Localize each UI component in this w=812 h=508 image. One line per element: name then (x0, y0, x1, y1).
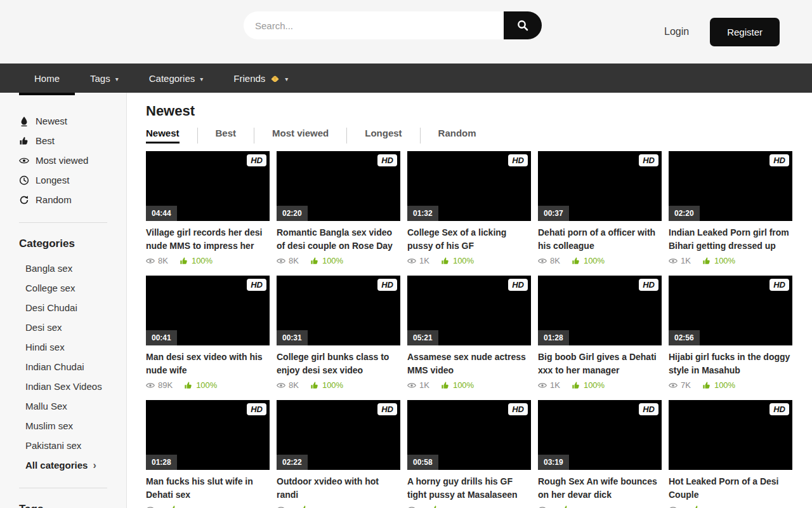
category-item[interactable]: Desi Chudai (19, 298, 126, 318)
tab-longest[interactable]: Longest (346, 128, 419, 144)
handshake-icon (270, 74, 280, 83)
category-item[interactable]: Muslim sex (19, 416, 126, 436)
search-input[interactable] (244, 11, 504, 39)
views-stat: 1K (538, 380, 560, 390)
duration-badge: 02:20 (277, 206, 308, 221)
thumbs-up-icon (169, 505, 178, 508)
sidebar-item-longest[interactable]: Longest (19, 170, 126, 190)
views-stat: 1K (669, 256, 691, 265)
video-thumbnail: HD 01:28 (538, 276, 662, 345)
video-card[interactable]: HD 00:41 Man desi sex video with his nud… (146, 276, 270, 390)
clock-icon (19, 175, 29, 185)
tab-label: Longest (365, 128, 402, 144)
duration-badge: 01:32 (407, 206, 438, 221)
video-card[interactable]: HD 00:37 Dehati porn of a officer with h… (538, 151, 662, 265)
sidebar-item-label: Random (36, 194, 72, 205)
video-card[interactable]: HD 04:44 Village girl records her desi n… (146, 151, 270, 265)
category-item[interactable]: Mallu Sex (19, 396, 126, 416)
video-card[interactable]: HD 02:22 Outdoor xvideo with hot randi (277, 400, 400, 508)
views-stat: 8K (538, 256, 560, 265)
category-item[interactable]: Hindi sex (19, 337, 126, 357)
hd-badge: HD (769, 403, 789, 415)
category-item[interactable]: Indian Chudai (19, 357, 126, 377)
category-item[interactable]: Pakistani sex (19, 436, 126, 455)
duration-badge: 02:20 (669, 206, 700, 221)
hd-badge: HD (247, 403, 266, 415)
search-form (244, 11, 542, 39)
video-thumbnail: HD 00:41 (146, 276, 270, 345)
sidebar-item-best[interactable]: Best (19, 131, 126, 150)
likes-stat (169, 505, 181, 508)
tab-best[interactable]: Best (197, 128, 254, 144)
thumbs-up-icon (431, 505, 440, 508)
video-card[interactable]: HD Hot Leaked Porn of a Desi Couple (669, 400, 792, 508)
video-thumbnail: HD 02:22 (277, 400, 400, 470)
video-card[interactable]: HD 01:28 Big boob Girl gives a Dehati xx… (538, 276, 662, 390)
sidebar-item-newest[interactable]: Newest (19, 111, 126, 131)
thumbs-up-icon (441, 381, 450, 390)
tab-most-viewed[interactable]: Most viewed (254, 128, 346, 144)
video-title: Hot Leaked Porn of a Desi Couple (669, 475, 792, 502)
video-card[interactable]: HD 02:20 Romantic Bangla sex video of de… (277, 151, 400, 265)
video-card[interactable]: HD 05:21 Assamese sex nude actress MMS v… (407, 276, 531, 390)
likes-percent: 100% (714, 256, 735, 265)
video-stats (407, 505, 531, 508)
likes-stat: 100% (572, 380, 605, 390)
likes-percent: 100% (192, 256, 213, 265)
hd-badge: HD (247, 279, 266, 291)
likes-percent: 100% (453, 380, 474, 390)
video-card[interactable]: HD 02:20 Indian Leaked Porn girl from Bi… (669, 151, 792, 265)
likes-percent: 100% (584, 380, 605, 390)
tab-newest[interactable]: Newest (146, 128, 197, 144)
video-card[interactable]: HD 01:28 Man fucks his slut wife in Deha… (146, 400, 270, 508)
login-link[interactable]: Login (664, 26, 689, 37)
category-item[interactable]: Indian Sex Videos (19, 377, 126, 396)
nav-item-friends[interactable]: Friends ▾ (218, 64, 303, 93)
likes-stat (692, 505, 704, 508)
all-categories-link[interactable]: All categories › (19, 455, 126, 475)
nav-item-label: Categories (149, 73, 195, 84)
video-title: Man fucks his slut wife in Dehati sex (146, 475, 270, 502)
video-card[interactable]: HD 00:58 A horny guy drills his GF tight… (407, 400, 531, 508)
sidebar-item-label: Most viewed (36, 155, 88, 166)
thumbs-up-icon (572, 257, 580, 265)
views-stat: 1K (407, 380, 429, 390)
category-item-label: Pakistani sex (25, 440, 81, 451)
video-title: Rough Sex An wife bounces on her devar d… (538, 475, 662, 502)
video-thumbnail: HD 00:58 (407, 400, 531, 470)
category-item[interactable]: Desi sex (19, 318, 126, 337)
search-button[interactable] (504, 11, 542, 39)
video-thumbnail: HD 00:37 (538, 151, 662, 221)
tab-random[interactable]: Random (420, 128, 494, 144)
video-title: Dehati porn of a officer with his collea… (538, 226, 662, 253)
likes-percent: 100% (196, 380, 217, 390)
video-stats: 1K 100% (538, 380, 662, 390)
tab-label: Best (216, 128, 237, 144)
sidebar-item-random[interactable]: Random (19, 190, 126, 210)
nav-item-label: Friends (233, 73, 265, 84)
views-count: 8K (550, 256, 560, 265)
likes-percent: 100% (322, 256, 343, 265)
category-item[interactable]: College sex (19, 278, 126, 298)
video-card[interactable]: HD 01:32 College Sex of a licking pussy … (407, 151, 531, 265)
nav-item-categories[interactable]: Categories ▾ (134, 64, 219, 93)
category-item-label: Indian Sex Videos (25, 381, 102, 392)
video-card[interactable]: HD 00:31 College girl bunks class to enj… (277, 276, 400, 390)
video-thumbnail: HD 05:21 (407, 276, 531, 345)
eye-icon (146, 505, 155, 508)
video-card[interactable]: HD 03:19 Rough Sex An wife bounces on he… (538, 400, 662, 508)
sidebar-item-most-viewed[interactable]: Most viewed (19, 150, 126, 170)
nav-item-home[interactable]: Home (19, 64, 75, 93)
nav-item-tags[interactable]: Tags ▾ (75, 64, 134, 93)
eye-icon (407, 505, 416, 508)
thumbs-up-icon (702, 381, 711, 390)
register-button[interactable]: Register (710, 18, 780, 46)
video-card[interactable]: HD 02:56 Hijabi girl fucks in the doggy … (669, 276, 792, 390)
chevron-down-icon: ▾ (200, 76, 203, 83)
video-thumbnail: HD 01:28 (146, 400, 270, 470)
category-item[interactable]: Bangla sex (19, 258, 126, 278)
eye-icon (538, 505, 547, 508)
duration-badge: 00:58 (407, 455, 438, 470)
video-title: Assamese sex nude actress MMS video (407, 351, 531, 377)
video-thumbnail: HD 04:44 (146, 151, 270, 221)
